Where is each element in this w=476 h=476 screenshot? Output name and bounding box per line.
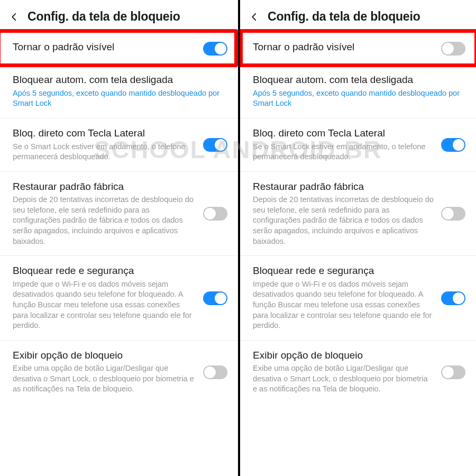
setting-text: Bloquear autom. com tela desligadaApós 5… bbox=[13, 74, 227, 109]
setting-text: Bloquear autom. com tela desligadaApós 5… bbox=[253, 74, 465, 109]
toggle-switch[interactable] bbox=[203, 207, 227, 221]
setting-subtitle: Impede que o Wi-Fi e os dados móveis sej… bbox=[253, 279, 434, 331]
setting-text: Exibir opção de bloqueioExibe uma opção … bbox=[253, 349, 434, 395]
setting-row[interactable]: Bloquear rede e segurançaImpede que o Wi… bbox=[240, 256, 476, 341]
setting-title: Bloquear rede e segurança bbox=[13, 264, 196, 278]
setting-subtitle: Se o Smart Lock estiver em andamento, o … bbox=[13, 142, 196, 162]
setting-subtitle: Se o Smart Lock estiver em andamento, o … bbox=[253, 142, 434, 162]
setting-subtitle: Após 5 segundos, exceto quando mantido d… bbox=[253, 88, 465, 109]
setting-title: Exibir opção de bloqueio bbox=[253, 349, 434, 362]
setting-title: Bloquear autom. com tela desligada bbox=[13, 74, 227, 87]
setting-row[interactable]: Bloquear autom. com tela desligadaApós 5… bbox=[0, 65, 238, 118]
setting-row[interactable]: Tornar o padrão visível bbox=[240, 32, 476, 65]
toggle-knob bbox=[442, 367, 454, 378]
setting-subtitle: Impede que o Wi-Fi e os dados móveis sej… bbox=[13, 279, 196, 331]
toggle-switch[interactable] bbox=[203, 42, 227, 56]
settings-list: Tornar o padrão visívelBloquear autom. c… bbox=[240, 32, 476, 404]
setting-subtitle: Exibe uma opção de botão Ligar/Desligar … bbox=[253, 363, 434, 395]
setting-title: Bloq. direto com Tecla Lateral bbox=[13, 127, 196, 140]
toggle-knob bbox=[204, 208, 216, 219]
toggle-knob bbox=[215, 139, 226, 151]
setting-row[interactable]: Restaurar padrão fábricaDepois de 20 ten… bbox=[0, 172, 238, 257]
setting-text: Restaurar padrão fábricaDepois de 20 ten… bbox=[13, 180, 196, 247]
toggle-switch[interactable] bbox=[203, 138, 227, 152]
setting-subtitle: Exibe uma opção de botão Ligar/Desligar … bbox=[13, 363, 196, 395]
setting-row[interactable]: Bloq. direto com Tecla LateralSe o Smart… bbox=[240, 118, 476, 172]
back-icon[interactable] bbox=[249, 11, 260, 23]
toggle-knob bbox=[215, 292, 226, 304]
setting-text: Tornar o padrão visível bbox=[13, 41, 196, 54]
header: Config. da tela de bloqueio bbox=[240, 0, 476, 27]
toggle-knob bbox=[453, 292, 464, 304]
setting-text: Bloquear rede e segurançaImpede que o Wi… bbox=[253, 264, 434, 331]
setting-title: Tornar o padrão visível bbox=[13, 41, 196, 54]
toggle-switch[interactable] bbox=[203, 365, 227, 379]
setting-row[interactable]: Tornar o padrão visível bbox=[0, 32, 238, 65]
page-title: Config. da tela de bloqueio bbox=[28, 10, 180, 24]
toggle-switch[interactable] bbox=[441, 207, 465, 221]
header: Config. da tela de bloqueio bbox=[0, 0, 238, 27]
toggle-switch[interactable] bbox=[203, 291, 227, 305]
setting-subtitle: Depois de 20 tentativas incorretas de de… bbox=[13, 195, 196, 246]
setting-subtitle: Após 5 segundos, exceto quando mantido d… bbox=[13, 88, 227, 109]
toggle-switch[interactable] bbox=[441, 42, 465, 56]
settings-list: Tornar o padrão visívelBloquear autom. c… bbox=[0, 32, 238, 404]
screenshot-left: Config. da tela de bloqueio Tornar o pad… bbox=[0, 0, 238, 476]
toggle-knob bbox=[442, 208, 454, 219]
setting-subtitle: Depois de 20 tentativas incorretas de de… bbox=[253, 195, 434, 246]
setting-row[interactable]: Bloquear rede e segurançaImpede que o Wi… bbox=[0, 256, 238, 341]
setting-text: Bloquear rede e segurançaImpede que o Wi… bbox=[13, 264, 196, 331]
setting-title: Exibir opção de bloqueio bbox=[13, 349, 196, 362]
setting-row[interactable]: Exibir opção de bloqueioExibe uma opção … bbox=[240, 341, 476, 404]
setting-title: Bloquear autom. com tela desligada bbox=[253, 74, 465, 87]
toggle-switch[interactable] bbox=[441, 138, 465, 152]
setting-text: Restaurar padrão fábricaDepois de 20 ten… bbox=[253, 180, 434, 247]
toggle-knob bbox=[442, 43, 454, 54]
setting-title: Restaurar padrão fábrica bbox=[253, 180, 434, 194]
setting-text: Bloq. direto com Tecla LateralSe o Smart… bbox=[253, 127, 434, 162]
setting-text: Bloq. direto com Tecla LateralSe o Smart… bbox=[13, 127, 196, 162]
setting-title: Tornar o padrão visível bbox=[253, 41, 434, 54]
toggle-knob bbox=[453, 139, 464, 151]
screenshot-right: Config. da tela de bloqueio Tornar o pad… bbox=[238, 0, 476, 476]
toggle-switch[interactable] bbox=[441, 291, 465, 305]
setting-title: Bloq. direto com Tecla Lateral bbox=[253, 127, 434, 140]
setting-row[interactable]: Bloq. direto com Tecla LateralSe o Smart… bbox=[0, 118, 238, 172]
toggle-knob bbox=[215, 43, 226, 54]
setting-row[interactable]: Exibir opção de bloqueioExibe uma opção … bbox=[0, 341, 238, 404]
setting-title: Bloquear rede e segurança bbox=[253, 264, 434, 278]
page-title: Config. da tela de bloqueio bbox=[268, 10, 420, 24]
toggle-knob bbox=[204, 367, 216, 378]
setting-text: Tornar o padrão visível bbox=[253, 41, 434, 54]
back-icon[interactable] bbox=[8, 11, 20, 23]
setting-row[interactable]: Bloquear autom. com tela desligadaApós 5… bbox=[240, 65, 476, 118]
setting-title: Restaurar padrão fábrica bbox=[13, 180, 196, 194]
toggle-switch[interactable] bbox=[441, 365, 465, 379]
setting-text: Exibir opção de bloqueioExibe uma opção … bbox=[13, 349, 196, 395]
setting-row[interactable]: Restaurar padrão fábricaDepois de 20 ten… bbox=[240, 172, 476, 257]
